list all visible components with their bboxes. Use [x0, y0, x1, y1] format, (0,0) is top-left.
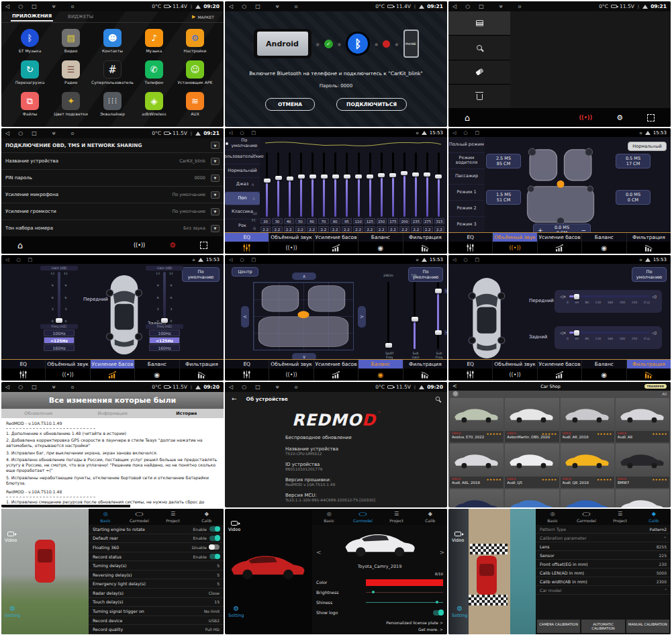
- settings-row[interactable]: Turning delay(s)5: [89, 561, 224, 571]
- settings-row[interactable]: Pattern TypePattern2: [536, 525, 671, 534]
- color-swatch[interactable]: [366, 579, 443, 586]
- antenna-button[interactable]: ((•)): [134, 242, 145, 248]
- eq-slider[interactable]: [399, 152, 410, 217]
- recents-icon[interactable]: □: [479, 3, 484, 9]
- tab-eq[interactable]: EQ: [225, 360, 269, 369]
- tab-balance[interactable]: Баланс: [581, 360, 626, 369]
- eq-icon[interactable]: [225, 369, 269, 381]
- slider-handle[interactable]: [56, 318, 62, 323]
- recents-icon[interactable]: □: [28, 257, 33, 262]
- screenshot-button[interactable]: [200, 242, 207, 249]
- tab-surround[interactable]: Объёмный звук: [45, 360, 89, 369]
- eq-slider[interactable]: [295, 152, 307, 217]
- sub-gain-slider[interactable]: [414, 282, 416, 349]
- car-card[interactable]: V30.0Audi_Q5★★★★★: [505, 444, 559, 488]
- settings-row[interactable]: Усиление микрофонаПо умолчанию▼: [1, 187, 224, 203]
- settings-row[interactable]: PIN пароль0000▼: [1, 170, 224, 187]
- slider-handle-high[interactable]: [435, 289, 442, 293]
- back-icon[interactable]: <: [452, 383, 457, 389]
- dropdown-icon[interactable]: ▼: [211, 158, 220, 165]
- back-icon[interactable]: ◁: [229, 130, 232, 136]
- balance-icon[interactable]: ◉: [358, 242, 402, 254]
- home-button[interactable]: ⌂: [17, 240, 23, 250]
- market-link[interactable]: МАРКЕТ: [197, 15, 214, 19]
- slider-handle[interactable]: [574, 294, 579, 299]
- surround-icon[interactable]: ((•)): [269, 242, 313, 254]
- bass-boost-icon[interactable]: [314, 369, 358, 381]
- preset-button[interactable]: Нормальный: [628, 142, 667, 151]
- tab-apps[interactable]: ПРИЛОЖЕНИЯ: [11, 12, 53, 21]
- balance-icon[interactable]: ◉: [358, 369, 402, 381]
- app-superuser[interactable]: #Суперпользователь: [91, 58, 134, 90]
- settings-row[interactable]: Radar delay(s)Close: [89, 589, 224, 598]
- mode-driver[interactable]: Режим водителя: [448, 153, 485, 169]
- surround-icon[interactable]: ((•)): [45, 369, 89, 381]
- delay-front-left[interactable]: 2.5 MS85 CM: [486, 154, 521, 168]
- list-item[interactable]: Название устройстваTS10-CPU-UMS512: [285, 446, 447, 456]
- balance-icon[interactable]: ◉: [581, 369, 626, 381]
- settings-button[interactable]: ⚙: [169, 241, 176, 250]
- tool-playlist-button[interactable]: [448, 11, 510, 36]
- home-icon[interactable]: ○: [463, 257, 467, 262]
- back-icon[interactable]: ◁: [229, 384, 233, 390]
- get-more-link[interactable]: Get more. >: [418, 627, 443, 632]
- freq-option-125[interactable]: <125Hz: [44, 337, 75, 344]
- freq-option-125[interactable]: <125Hz: [149, 337, 180, 344]
- tab-widgets[interactable]: ВИДЖЕТЫ: [68, 14, 93, 19]
- cancel-button[interactable]: ОТМЕНА: [265, 98, 315, 111]
- tab-bass-filter[interactable]: Фильтрация басов: [626, 360, 671, 369]
- prev-car-button[interactable]: <: [316, 549, 322, 556]
- bass-filter-icon[interactable]: [403, 369, 447, 381]
- recents-icon[interactable]: □: [252, 130, 256, 136]
- eq-icon[interactable]: [225, 242, 269, 254]
- shiness-slider[interactable]: [366, 602, 443, 603]
- app-radio[interactable]: ☰Радио: [50, 58, 91, 90]
- tab-balance[interactable]: Баланс: [134, 360, 179, 369]
- tab-surround[interactable]: Объёмный звук: [269, 360, 313, 369]
- home-icon[interactable]: ○: [242, 384, 246, 390]
- settings-row[interactable]: Sensor225: [536, 551, 671, 560]
- tab-surround[interactable]: Объёмный звук: [492, 360, 536, 369]
- settings-row[interactable]: Floating 360Disable: [89, 543, 224, 552]
- tab-balance[interactable]: Баланс: [358, 233, 402, 242]
- slider-handle[interactable]: [161, 318, 168, 323]
- tab-updates[interactable]: Обновления: [1, 411, 75, 416]
- tab-balance[interactable]: Баланс: [358, 360, 402, 369]
- settings-row[interactable]: Lens8255: [536, 542, 671, 551]
- tab-eq[interactable]: EQ: [1, 360, 45, 369]
- camera-calibration-button[interactable]: CAMERA CALIBRATION: [537, 620, 580, 633]
- brightness-slider[interactable]: [366, 592, 443, 593]
- arrow-left-button[interactable]: <: [241, 306, 249, 328]
- home-icon[interactable]: ○: [242, 3, 246, 9]
- settings-row[interactable]: Calibration parameter^: [536, 534, 671, 542]
- eq-slider[interactable]: [353, 152, 365, 217]
- recents-icon[interactable]: □: [475, 130, 480, 136]
- eq-slider[interactable]: [330, 152, 341, 217]
- home-icon[interactable]: ○: [240, 130, 244, 136]
- recents-icon[interactable]: □: [255, 384, 260, 390]
- freq-option-160[interactable]: 160Hz: [44, 344, 75, 351]
- settings-row[interactable]: Starting engine to rotateEnable: [89, 525, 224, 534]
- back-icon[interactable]: ◁: [5, 384, 9, 390]
- tool-delete-button[interactable]: [448, 85, 510, 108]
- freq-option-100[interactable]: 100Hz: [44, 330, 75, 336]
- app-video[interactable]: ▤Видео: [50, 27, 91, 58]
- eq-slider[interactable]: [376, 152, 387, 217]
- default-button[interactable]: По умолчанию: [632, 267, 667, 282]
- slider-handle[interactable]: [436, 601, 438, 603]
- tab-bass-boost[interactable]: Усиление басов: [314, 233, 358, 242]
- video-overlay-button[interactable]: Video: [452, 532, 464, 544]
- toggle-on[interactable]: [433, 610, 443, 616]
- tab-info[interactable]: Информация: [75, 411, 149, 416]
- slider-handle[interactable]: [372, 591, 375, 593]
- eq-slider[interactable]: [422, 152, 433, 217]
- setting-overlay-button[interactable]: ⚙Setting: [5, 604, 20, 618]
- spdif-freq-slider[interactable]: [387, 282, 389, 349]
- slider-handle[interactable]: [574, 330, 579, 336]
- settings-row[interactable]: Record qualityFull HD: [89, 625, 224, 634]
- back-icon[interactable]: ◁: [5, 3, 9, 9]
- slider-handle[interactable]: [385, 343, 392, 348]
- eq-slider[interactable]: [433, 152, 444, 217]
- dropdown-icon[interactable]: ▼: [211, 142, 220, 149]
- tab-basic[interactable]: ◎Basic: [89, 511, 122, 523]
